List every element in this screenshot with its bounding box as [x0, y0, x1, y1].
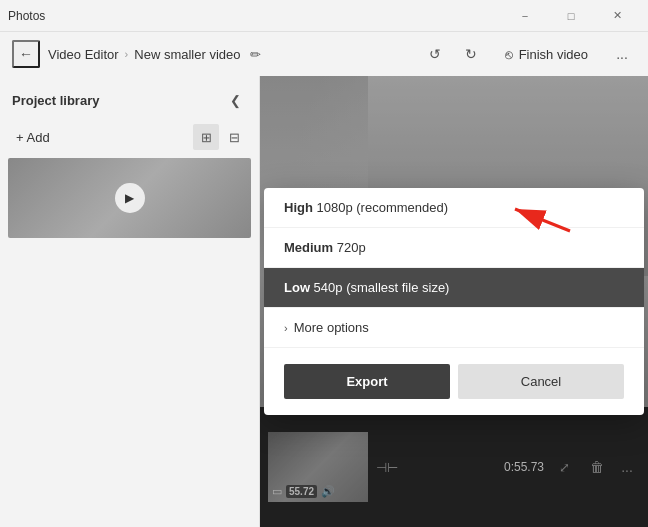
list-view-button[interactable]: ⊟: [221, 124, 247, 150]
quality-options: High 1080p (recommended) Medium 720p Low…: [264, 188, 644, 308]
sidebar-title: Project library: [12, 93, 99, 108]
export-button[interactable]: Export: [284, 364, 450, 399]
redo-icon: ↻: [465, 46, 477, 62]
play-overlay: ▶: [115, 183, 145, 213]
back-button[interactable]: ←: [12, 40, 40, 68]
title-bar: Photos − □ ✕: [0, 0, 648, 32]
dialog-actions: Export Cancel: [264, 348, 644, 415]
list-view-icon: ⊟: [229, 130, 240, 145]
redo-button[interactable]: ↻: [457, 40, 485, 68]
sidebar-toolbar: + Add ⊞ ⊟: [8, 124, 251, 150]
breadcrumb-current: New smaller video: [134, 47, 240, 62]
quality-high-desc: 1080p (recommended): [317, 200, 449, 215]
quality-low-label: Low: [284, 280, 314, 295]
close-button[interactable]: ✕: [594, 0, 640, 32]
quality-option-low[interactable]: Low 540p (smallest file size): [264, 268, 644, 308]
edit-title-icon[interactable]: ✏: [250, 47, 261, 62]
finish-video-label: Finish video: [519, 47, 588, 62]
breadcrumb-root[interactable]: Video Editor: [48, 47, 119, 62]
header-actions: ↺ ↻ ⎋ Finish video ...: [421, 40, 636, 68]
breadcrumb-separator: ›: [125, 48, 129, 60]
main-content: Project library ❮ + Add ⊞ ⊟ ▶: [0, 76, 648, 527]
more-options-label: More options: [294, 320, 369, 335]
finish-video-button[interactable]: ⎋ Finish video: [493, 41, 600, 68]
right-content: ▭ 55.72 🔊 ⊣⊢ 0:55.73 ⤢ 🗑 ...: [260, 76, 648, 527]
minimize-button[interactable]: −: [502, 0, 548, 32]
grid-view-button[interactable]: ⊞: [193, 124, 219, 150]
app-title: Photos: [8, 9, 45, 23]
app-header: ← Video Editor › New smaller video ✏ ↺ ↻…: [0, 32, 648, 76]
view-toggle: ⊞ ⊟: [193, 124, 247, 150]
grid-view-icon: ⊞: [201, 130, 212, 145]
quality-medium-label: Medium: [284, 240, 337, 255]
undo-icon: ↺: [429, 46, 441, 62]
window-controls: − □ ✕: [502, 0, 640, 32]
more-icon: ...: [616, 46, 628, 62]
cancel-button[interactable]: Cancel: [458, 364, 624, 399]
share-icon: ⎋: [505, 47, 513, 62]
more-options-row[interactable]: › More options: [264, 308, 644, 348]
more-options-chevron: ›: [284, 322, 288, 334]
maximize-button[interactable]: □: [548, 0, 594, 32]
quality-option-medium[interactable]: Medium 720p: [264, 228, 644, 268]
quality-option-high[interactable]: High 1080p (recommended): [264, 188, 644, 228]
collapse-icon: ❮: [230, 93, 241, 108]
header-more-button[interactable]: ...: [608, 40, 636, 68]
collapse-sidebar-button[interactable]: ❮: [223, 88, 247, 112]
breadcrumb: Video Editor › New smaller video ✏: [48, 47, 261, 62]
modal-overlay: High 1080p (recommended) Medium 720p Low…: [260, 76, 648, 527]
add-media-button[interactable]: + Add: [12, 126, 54, 149]
quality-medium-desc: 720p: [337, 240, 366, 255]
quality-high-label: High: [284, 200, 317, 215]
export-dialog: High 1080p (recommended) Medium 720p Low…: [264, 188, 644, 415]
media-thumbnail[interactable]: ▶: [8, 158, 251, 238]
sidebar-header: Project library ❮: [8, 88, 251, 112]
quality-low-desc: 540p (smallest file size): [314, 280, 450, 295]
sidebar: Project library ❮ + Add ⊞ ⊟ ▶: [0, 76, 260, 527]
undo-button[interactable]: ↺: [421, 40, 449, 68]
back-icon: ←: [19, 46, 33, 62]
